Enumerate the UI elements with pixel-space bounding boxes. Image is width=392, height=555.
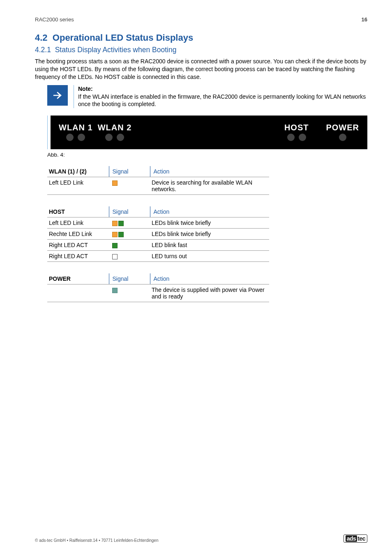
logo-tec: tec: [357, 535, 365, 542]
intro-paragraph: The booting process starts a soon as the…: [35, 58, 367, 81]
action-cell: Device is searching for available WLAN n…: [150, 177, 269, 195]
signal-cell: [109, 251, 150, 262]
led-square-empty-icon: [112, 254, 118, 259]
row-name: Rechte LED Link: [47, 229, 109, 240]
logo-ads: ads: [346, 535, 357, 542]
table-row: Right LED ACT LED blink fast: [47, 240, 269, 251]
section-heading: 4.2 Operational LED Status Displays: [35, 32, 367, 43]
wlan-table: WLAN (1) / (2) Signal Action Left LED Li…: [47, 166, 269, 195]
signal-cell: [109, 217, 150, 229]
led-square-orange-icon: [112, 232, 118, 237]
led-strip: WLAN 1 WLAN 2 HOST POWER: [51, 116, 367, 149]
led-label-wlan1: WLAN 1: [59, 123, 93, 132]
table-row: Right LED ACT LED turns out: [47, 251, 269, 262]
host-action-header: Action: [150, 206, 269, 217]
action-cell: LEDs blink twice briefly: [150, 217, 269, 229]
note-text: Note: If the WLAN interface is enabled i…: [74, 85, 367, 109]
power-action-header: Action: [150, 273, 269, 284]
table-row: Left LED Link Device is searching for av…: [47, 177, 269, 195]
led-label-power: POWER: [326, 123, 359, 132]
subsection-heading: 4.2.1 Status Display Activities when Boo…: [35, 46, 367, 54]
page-header: RAC2000 series 16: [35, 16, 367, 23]
action-cell: LEDs blink twice briefly: [150, 229, 269, 240]
led-square-orange-icon: [112, 221, 118, 226]
wlan-table-name: WLAN (1) / (2): [47, 166, 109, 177]
power-signal-header: Signal: [109, 273, 150, 284]
wlan-action-header: Action: [150, 166, 269, 177]
row-name: Left LED Link: [47, 217, 109, 229]
row-name: Right LED ACT: [47, 251, 109, 262]
series-label: RAC2000 series: [35, 16, 74, 23]
host-table-name: HOST: [47, 206, 109, 217]
led-strip-wrap: WLAN 1 WLAN 2 HOST POWER: [47, 116, 367, 149]
subsection-number: 4.2.1: [35, 46, 51, 54]
signal-cell: [109, 284, 150, 302]
led-dot: [105, 134, 113, 141]
led-square-orange-icon: [112, 180, 118, 186]
host-signal-header: Signal: [109, 206, 150, 217]
led-square-teal-icon: [112, 288, 118, 293]
note-title: Note:: [78, 85, 367, 93]
arrow-right-icon: [47, 85, 68, 106]
signal-cell: [109, 240, 150, 251]
page-footer: © ads-tec GmbH • Raiffeisenstr.14 • 7077…: [35, 534, 367, 543]
led-dot: [287, 134, 295, 141]
power-table: POWER Signal Action The device is suppli…: [47, 273, 269, 302]
note-box: Note: If the WLAN interface is enabled i…: [47, 85, 367, 109]
led-square-green-icon: [118, 232, 124, 237]
action-cell: LED blink fast: [150, 240, 269, 251]
page-number: 16: [362, 16, 367, 23]
led-dot: [339, 134, 346, 141]
led-wlan1: WLAN 1: [59, 123, 93, 141]
figure-caption: Abb. 4:: [47, 152, 367, 158]
table-row: Left LED Link LEDs blink twice briefly: [47, 217, 269, 229]
section-title: Operational LED Status Displays: [53, 32, 193, 43]
action-cell: The device is supplied with power via Po…: [150, 284, 269, 302]
table-row: The device is supplied with power via Po…: [47, 284, 269, 302]
led-dot: [299, 134, 306, 141]
led-label-wlan2: WLAN 2: [98, 123, 132, 132]
led-wlan2: WLAN 2: [98, 123, 132, 141]
section-number: 4.2: [35, 32, 48, 43]
signal-cell: [109, 229, 150, 240]
led-host: HOST: [284, 123, 309, 141]
subsection-title: Status Display Activities when Booting: [55, 46, 177, 54]
wlan-signal-header: Signal: [109, 166, 150, 177]
adstec-logo: adstec: [344, 534, 367, 543]
row-name: [47, 284, 109, 302]
action-cell: LED turns out: [150, 251, 269, 262]
table-row: Rechte LED Link LEDs blink twice briefly: [47, 229, 269, 240]
led-square-green-icon: [118, 221, 124, 226]
led-label-host: HOST: [284, 123, 309, 132]
tables-block: WLAN (1) / (2) Signal Action Left LED Li…: [47, 166, 367, 302]
led-dot: [78, 134, 85, 141]
led-dot: [66, 134, 74, 141]
row-name: Right LED ACT: [47, 240, 109, 251]
power-table-name: POWER: [47, 273, 109, 284]
note-body: If the WLAN interface is enabled in the …: [78, 93, 367, 109]
led-square-green-icon: [112, 243, 118, 248]
led-dot: [117, 134, 124, 141]
led-power: POWER: [326, 123, 359, 141]
copyright: © ads-tec GmbH • Raiffeisenstr.14 • 7077…: [35, 538, 158, 543]
host-table: HOST Signal Action Left LED Link LEDs bl…: [47, 206, 269, 262]
signal-cell: [109, 177, 150, 195]
row-name: Left LED Link: [47, 177, 109, 195]
